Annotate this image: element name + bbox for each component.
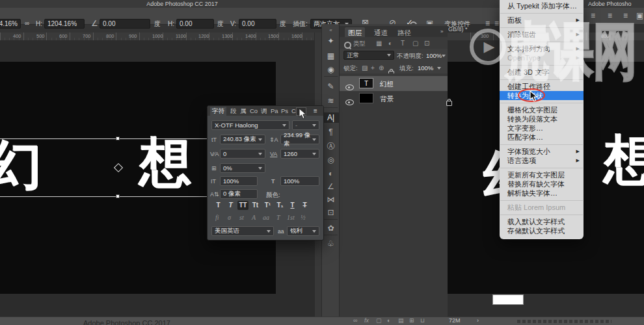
hskew-field[interactable]: 0.00 [176,19,214,29]
menu-item-replace-all-missing-fonts[interactable]: 替换所有缺欠字体 [500,179,584,188]
leading-field[interactable]: 234.99 像素 [280,135,319,144]
titling-alt-button[interactable]: T [276,214,280,221]
layer-mask-icon[interactable]: ▢ [376,317,382,324]
timeline-icon[interactable]: ⋈ [322,194,340,205]
align-icon[interactable]: ≡ [485,20,490,27]
layer-row-background[interactable]: 背景 [340,91,448,106]
menu-item-font-preview-size[interactable]: 字体预览大小▶ [500,147,584,156]
menu-item-save-default-type-styles[interactable]: 存储默认文字样式 [500,226,584,235]
contextual-alt-button[interactable]: σ [228,214,231,221]
menu-item-create-work-path[interactable]: 创建工作路径 [500,82,584,91]
menu-item-match-font[interactable]: 匹配字体… [500,133,584,142]
collapse-dock-icon[interactable]: « [322,25,340,36]
main-window-titlebar[interactable]: Adobe Photoshop CC 2017 [0,0,582,8]
stylistic-alt-button[interactable]: aa [263,214,269,221]
all-caps-button[interactable]: TT [237,201,248,210]
ligatures-button[interactable]: fi [215,214,219,221]
menu-item-convert-to-paragraph-text[interactable]: 转换为段落文本 [500,114,584,124]
color-panel-icon[interactable]: ◉ [322,64,340,75]
crop-icon[interactable]: ⊡ [322,207,340,218]
tracking-field[interactable]: 1260 [280,149,319,159]
anti-alias-select[interactable]: 锐利 [287,226,319,236]
menu-item-paste-lorem-ipsum[interactable]: 粘贴 Lorem Ipsum [500,203,584,212]
transform-handle-bottom[interactable] [116,194,120,198]
font-family-select[interactable]: X-OTF Haolong [211,120,289,130]
faux-italic-button[interactable]: T [225,201,236,210]
link-dimensions-icon[interactable]: ∞ [25,20,29,27]
filter-type-icon[interactable]: T [401,40,405,47]
small-caps-button[interactable]: Tt [250,201,261,210]
layer-name[interactable]: 背景 [380,95,394,104]
horizontal-scale-field[interactable]: 100% [280,176,319,186]
subscript-button[interactable]: T₁ [275,201,286,210]
tab-frag[interactable]: 属 [238,107,248,116]
second-window-titlebar[interactable]: Adobe Photosho [582,0,644,8]
filter-pixel-icon[interactable]: ▦ [376,40,382,47]
superscript-button[interactable]: T¹ [262,201,273,210]
menu-item-load-default-type-styles[interactable]: 载入默认文字样式 [500,217,584,226]
layer-row-text[interactable]: T 幻想 [340,76,448,91]
history-brush-icon[interactable]: ✦ [322,36,340,46]
delete-layer-icon[interactable]: ⊔ [420,317,425,324]
language-select[interactable]: 美国英语 [211,226,274,236]
new-layer-icon[interactable]: ⊞ [409,317,414,324]
filter-smart-object-icon[interactable]: ⊡ [424,40,429,47]
align-icon[interactable]: ≡ [494,20,499,27]
link-layers-icon[interactable]: ∞ [353,317,357,324]
ordinals-button[interactable]: 1st [287,214,295,221]
visibility-eye-icon[interactable] [345,99,354,105]
fill-value[interactable]: 100% [418,64,433,72]
tab-frag[interactable]: Pa [269,107,280,115]
menu-item-language-options[interactable]: 语言选项▶ [500,156,584,165]
transform-handle-top[interactable] [116,136,120,140]
filter-shape-icon[interactable]: ▢ [412,40,418,47]
filter-type-label[interactable]: 类型 [353,40,366,48]
kerning-field[interactable]: 0 [220,149,265,159]
menu-item-resolve-missing-fonts[interactable]: 解析缺失字体… [500,188,584,198]
swatches-icon[interactable]: ▦ [322,51,340,61]
shapes-icon[interactable]: ♧ [322,239,340,249]
vertical-scale-field[interactable]: 100% [220,176,258,186]
tab-frag[interactable]: Co [248,107,260,115]
notes-icon[interactable]: ✿ [322,223,340,233]
layer-effects-icon[interactable]: fx [364,317,369,324]
character-panel-icon[interactable]: A| [322,112,340,123]
swash-button[interactable]: A [252,214,256,221]
brushes-icon[interactable]: ✎ [322,81,340,92]
menu-item-opentype[interactable]: OpenType▶ [500,53,584,62]
adjustments-icon[interactable]: ◐ [322,168,340,179]
width-field[interactable]: 4.16% [0,19,21,29]
layer-name[interactable]: 幻想 [380,80,394,89]
background-layer-thumbnail[interactable] [359,93,373,103]
text-color-swatch[interactable] [492,294,524,305]
paragraph-styles-icon[interactable]: ◎ [322,155,340,165]
tab-character[interactable]: 字符 [210,107,226,116]
tab-frag[interactable]: 调 [259,107,269,116]
filter-adjustment-icon[interactable]: ◐ [388,40,392,47]
height-field[interactable]: 1204.16% [44,19,85,29]
measure-icon[interactable]: ∠ [322,181,340,192]
vskew-field[interactable]: 0.00 [239,19,276,29]
faux-bold-button[interactable]: T [213,201,224,210]
lock-transparency-icon[interactable]: ▨ [362,64,368,72]
status-chevron-icon[interactable]: › [477,317,479,324]
menu-item-panels[interactable]: 面板▶ [500,16,584,25]
expand-dock-icon[interactable]: » [437,27,446,36]
character-styles-icon[interactable]: Ⓐ [322,141,340,151]
menu-item-create-3d-text[interactable]: 创建 3D 文字 [500,68,584,77]
chevron-down-icon[interactable] [437,67,441,70]
angle-field[interactable]: 0.00 [100,19,150,29]
proportional-spacing-field[interactable]: 0% [220,163,265,173]
tab-frag[interactable]: Ps [279,107,290,115]
menu-item-warp-text[interactable]: 文字变形… [500,124,584,133]
menu-item-typekit[interactable]: 从 Typekit 添加字体… [500,1,584,10]
blend-mode-select[interactable]: 正常 [343,51,394,60]
font-size-field[interactable]: 240.83 像素 [220,135,265,144]
panel-menu-icon[interactable]: ≡ [312,107,319,115]
menu-item-anti-alias[interactable]: 消除锯齿▶ [500,30,584,39]
underline-button[interactable]: T [287,201,298,210]
strikethrough-button[interactable]: T [299,201,310,210]
chevron-down-icon[interactable] [442,55,446,57]
opacity-value[interactable]: 100% [426,52,442,59]
lock-pixels-icon[interactable]: + [371,64,375,72]
